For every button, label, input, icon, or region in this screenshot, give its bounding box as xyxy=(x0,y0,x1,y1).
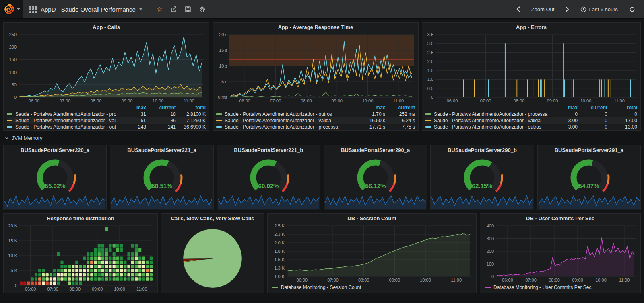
svg-text:08:00: 08:00 xyxy=(91,98,102,103)
refresh-button[interactable] xyxy=(627,6,638,13)
legend-series-toggle[interactable]: Saude - Portalws AtendimentoAutorizador … xyxy=(216,111,355,117)
save-button[interactable] xyxy=(185,6,191,12)
panel-title-user-commits[interactable]: DB - User Commits Per Sec xyxy=(480,214,640,223)
svg-text:06:00: 06:00 xyxy=(29,98,40,103)
legend-series-toggle[interactable]: Saude - Portalws AtendimentoAutorizador … xyxy=(425,117,548,124)
svg-text:1.0: 1.0 xyxy=(427,77,433,82)
gauge-title[interactable]: BUSaudePortalServer221_a xyxy=(110,145,213,155)
db-session-count-legend[interactable]: Database Monitoring - Session Count xyxy=(268,283,476,292)
gauge-title[interactable]: BUSaudePortalServer290_b xyxy=(431,145,533,155)
time-range-picker[interactable]: Last 6 hours xyxy=(578,6,620,13)
svg-text:10:00: 10:00 xyxy=(362,98,374,103)
legend-series-toggle[interactable]: Saude - Portalws AtendimentoAutorizador … xyxy=(7,124,116,130)
time-back-button[interactable] xyxy=(514,6,522,12)
legend-series-toggle[interactable]: Saude - Portalws AtendimentoAutorizador … xyxy=(216,117,355,124)
svg-text:50: 50 xyxy=(12,82,17,87)
legend-header: maxcurrent xyxy=(216,104,415,111)
svg-text:09:00: 09:00 xyxy=(547,98,558,103)
gauge-title[interactable]: BUSaudePortalServer290_a xyxy=(324,145,427,155)
app-errors-chart[interactable]: 00.51.01.52.02.53.03.506:0007:0008:0009:… xyxy=(423,32,639,104)
chevron-down-icon xyxy=(5,136,9,140)
svg-text:0: 0 xyxy=(431,95,433,100)
app-calls-chart[interactable]: 05010015020025006:0007:0008:0009:0010:00… xyxy=(5,32,208,104)
db-session-count-chart[interactable]: 1.0 K1.3 K1.5 K1.8 K2.0 K2.3 K2.5 K06:00… xyxy=(269,223,475,283)
jvm-gauge[interactable]: 62.15% xyxy=(451,155,514,193)
legend-color-dash xyxy=(425,120,431,121)
legend-series-toggle[interactable]: Saude - Portalws AtendimentoAutorizador … xyxy=(216,124,355,130)
legend-color-dash xyxy=(7,113,12,115)
svg-text:10 K: 10 K xyxy=(8,253,17,258)
panel-app-calls: App - Calls 05010015020025006:0007:0008:… xyxy=(3,22,209,131)
legend-value: 13.00 xyxy=(607,124,637,130)
svg-text:11:00: 11:00 xyxy=(184,98,194,103)
svg-text:06:00: 06:00 xyxy=(297,278,308,283)
dashboard-title-dropdown[interactable]: AppD - Saude Overall Performance xyxy=(23,0,149,18)
jvm-gauge[interactable]: 54.87% xyxy=(557,155,620,193)
legend-value: 243 xyxy=(116,124,146,130)
jvm-gauge[interactable]: 55.02% xyxy=(24,155,87,193)
grafana-logo-icon xyxy=(3,3,15,15)
panel-db-session-count: DB - Session Count 1.0 K1.3 K1.5 K1.8 K2… xyxy=(267,213,477,293)
calls-pie-chart[interactable] xyxy=(163,223,262,292)
settings-button[interactable] xyxy=(199,6,206,12)
db-user-commits-legend[interactable]: Database Monitoring - User Commits Per S… xyxy=(480,283,640,292)
svg-text:06:00: 06:00 xyxy=(502,278,513,283)
panel-title-app-calls[interactable]: App - Calls xyxy=(4,23,209,32)
legend-series-toggle[interactable]: Saude - Portalws AtendimentoAutorizador … xyxy=(7,111,116,117)
legend-value: 17.71 s xyxy=(355,124,385,130)
gauge-title[interactable]: BUSaudePortalServer220_a xyxy=(4,145,106,155)
jvm-gauge[interactable]: 60.02% xyxy=(237,155,300,193)
legend-label: Database Monitoring - User Commits Per S… xyxy=(493,285,591,290)
legend-series-toggle[interactable]: Saude - Portalws AtendimentoAutorizador … xyxy=(7,117,116,124)
svg-text:5 s: 5 s xyxy=(221,79,227,84)
time-range-label: Last 6 hours xyxy=(589,6,618,12)
panel-gauge-221a: BUSaudePortalServer221_a 58.51% xyxy=(110,145,213,210)
legend-series-toggle[interactable]: Saude - Portalws AtendimentoAutorizador … xyxy=(425,124,548,130)
grafana-menu-button[interactable] xyxy=(0,0,23,18)
time-forward-button[interactable] xyxy=(563,6,572,12)
share-button[interactable] xyxy=(171,6,177,12)
gauge-title[interactable]: BUSaudePortalServer221_b xyxy=(217,145,320,155)
jvm-memory-row-label: JVM Memory xyxy=(12,135,43,141)
legend-value: 6.24 s xyxy=(385,117,415,124)
zoom-out-button[interactable]: Zoom Out xyxy=(529,6,557,13)
panel-title-app-errors[interactable]: App - Errors xyxy=(422,23,640,32)
jvm-gauge[interactable]: 58.51% xyxy=(130,155,193,193)
panel-title-pie[interactable]: Calls, Slow Calls, Very Slow Calls xyxy=(161,214,264,223)
panel-title-session-count[interactable]: DB - Session Count xyxy=(268,214,476,223)
legend-series-toggle[interactable]: Saude - Portalws AtendimentoAutorizador … xyxy=(425,111,548,117)
legend-value: 1.70 s xyxy=(355,111,385,117)
svg-text:56.12%: 56.12% xyxy=(365,182,386,189)
avg-response-time-chart[interactable]: 0 ms5 s10 s15 s20 s06:0007:0008:0009:001… xyxy=(214,32,417,104)
star-icon: ☆ xyxy=(157,6,163,13)
db-user-commits-chart[interactable]: 010020030040006:0007:0008:0009:0010:0011… xyxy=(481,223,639,283)
svg-text:55.02%: 55.02% xyxy=(45,182,65,189)
svg-text:3.0: 3.0 xyxy=(427,41,433,46)
svg-text:150: 150 xyxy=(9,57,17,62)
app-errors-legend: maxcurrenttotalSaude - Portalws Atendime… xyxy=(422,104,640,130)
refresh-icon xyxy=(629,6,635,12)
star-button[interactable]: ☆ xyxy=(157,6,163,13)
panel-title-heatmap[interactable]: Response time distribution xyxy=(4,214,157,223)
gauge-title[interactable]: BUSaudePortalServer291_a xyxy=(538,145,640,155)
bottom-row: Response time distribution 05 K10 K15 K2… xyxy=(3,213,641,293)
jvm-memory-row-toggle[interactable]: JVM Memory xyxy=(5,135,641,141)
svg-text:07:00: 07:00 xyxy=(327,278,339,283)
svg-text:58.51%: 58.51% xyxy=(152,182,172,189)
legend-row: Saude - Portalws AtendimentoAutorizador … xyxy=(7,111,206,117)
legend-color-dash xyxy=(425,126,431,128)
response-time-heatmap[interactable]: 05 K10 K15 K20 K06:0007:0008:0009:0010:0… xyxy=(5,223,156,292)
panel-title-avg-response-time[interactable]: App - Average Response Time xyxy=(213,23,418,32)
jvm-gauge[interactable]: 56.12% xyxy=(344,155,407,193)
logo-caret-icon xyxy=(17,8,20,10)
svg-text:07:00: 07:00 xyxy=(47,287,58,291)
svg-text:2.5 K: 2.5 K xyxy=(274,223,285,228)
legend-color-dash xyxy=(216,120,222,121)
share-icon xyxy=(171,6,177,12)
legend-color-dash xyxy=(272,287,278,288)
panel-gauge-290b: BUSaudePortalServer290_b 62.15% xyxy=(430,145,534,210)
legend-row: Saude - Portalws AtendimentoAutorizador … xyxy=(7,124,206,130)
jvm-sparkline xyxy=(218,192,320,209)
legend-value: 18 xyxy=(146,111,176,117)
dashboard-title: AppD - Saude Overall Performance xyxy=(41,6,136,13)
